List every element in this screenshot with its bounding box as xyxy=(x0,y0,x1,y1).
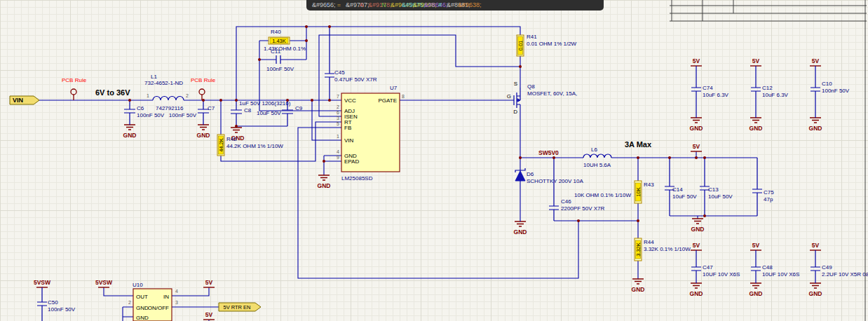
junction-dot xyxy=(328,99,331,102)
component-U10[interactable]: U10 OUT IN GND ON/OFF GND 4 3 2 xyxy=(128,282,178,321)
component-R41[interactable]: 0.01 R41 0.01 OHM 1% 1/2W xyxy=(517,34,577,56)
capacitor-symbol xyxy=(37,287,47,321)
port-rtr-en[interactable]: 5V RTR EN xyxy=(219,303,261,311)
directive-icon xyxy=(71,89,76,95)
pin-name-s: S xyxy=(514,81,517,87)
junction-dot xyxy=(703,214,706,217)
input-range-annotation[interactable]: 6V to 36V xyxy=(95,88,130,97)
pcb-rule-directive-2[interactable]: PCB Rule xyxy=(191,77,216,100)
pin-number: 5 xyxy=(337,121,339,126)
selected-value: 10K xyxy=(635,187,642,196)
component-R44[interactable]: 3.32K R44 3.32K 0.1% 1/10W xyxy=(635,238,691,261)
power-label: 5V xyxy=(752,57,760,64)
selected-value: 3.32K xyxy=(635,243,642,257)
gnd-symbol-c47[interactable]: GND xyxy=(690,283,703,297)
schematic-canvas[interactable]: PCB Rule PCB Rule 6V to 36V 3A Max VIN 5… xyxy=(0,0,868,321)
junction-dot xyxy=(695,156,698,159)
power-port-5v-c47[interactable]: 5V xyxy=(691,242,702,250)
gnd-bars-icon xyxy=(810,118,821,123)
diode-symbol xyxy=(515,171,525,181)
component-C6[interactable]: C6 100nF 50V xyxy=(124,100,165,125)
component-L1[interactable]: L1 732-4652-1-ND 742792116 1 2 xyxy=(144,74,189,111)
pin-number: 4 xyxy=(175,289,178,294)
power-port-5v-c49[interactable]: 5V xyxy=(810,242,821,250)
power-port-5v-c10[interactable]: 5V xyxy=(810,57,821,66)
wire-out-gnd-join[interactable] xyxy=(670,216,757,219)
gnd-symbol-c7[interactable]: GND xyxy=(197,125,210,139)
component-R42[interactable]: 44.2K R42 44.2K OHM 1% 1/10W xyxy=(217,135,283,156)
designator: C14 xyxy=(672,186,683,193)
junction-dot xyxy=(258,58,261,61)
pcb-rule-directive-1[interactable]: PCB Rule xyxy=(62,77,87,100)
component-C13[interactable]: C13 10uF 50V xyxy=(700,158,733,216)
value: 100nF 50V xyxy=(137,112,165,118)
component-C50[interactable]: C50 100nF 50V xyxy=(37,287,76,321)
designator: Q8 xyxy=(527,83,535,90)
wire-sw-rail[interactable] xyxy=(520,158,757,171)
junction-dot xyxy=(519,65,522,68)
gnd-label: GND xyxy=(690,125,703,132)
component-C47[interactable]: C47 10UF 10V X6S xyxy=(691,250,740,283)
power-port-5v-c12[interactable]: 5V xyxy=(750,57,761,66)
power-port-5vsw-u10[interactable]: 5VSW xyxy=(95,279,113,287)
component-C7[interactable]: C7 100nF 50V xyxy=(169,100,215,125)
gnd-symbol-c49[interactable]: GND xyxy=(809,283,822,297)
pin-name-out: OUT xyxy=(136,294,148,300)
pin-name-in: IN xyxy=(163,294,169,300)
gnd-symbol-c10[interactable]: GND xyxy=(809,118,822,132)
component-U7[interactable]: U7 LM25085SD VCC PGATE ADJ ISEN RT FB VI… xyxy=(337,85,405,182)
power-port-5v-u10-in[interactable]: 5V xyxy=(203,279,215,287)
junction-dot xyxy=(323,160,325,163)
selected-value: 0.01 xyxy=(517,41,524,51)
pin-number: 8 xyxy=(402,94,405,99)
component-C48[interactable]: C48 10UF 10V X6S xyxy=(751,250,799,283)
gnd-symbol-d6[interactable]: GND xyxy=(514,221,527,235)
power-port-5v-u10-bottom[interactable]: 5V xyxy=(203,311,215,320)
component-L6[interactable]: L6 10UH 5.6A xyxy=(583,146,611,168)
value: 10uF 6.3V xyxy=(703,92,729,98)
gnd-symbol-c12[interactable]: GND xyxy=(750,118,763,132)
gnd-symbol-c48[interactable]: GND xyxy=(750,283,763,297)
component-Q8[interactable]: S G D Q8 MOSFET, 60V, 15A, xyxy=(507,81,578,115)
power-port-5v-c74[interactable]: 5V xyxy=(691,57,702,66)
gnd-symbol-r44[interactable]: GND xyxy=(632,279,645,293)
gnd-label: GND xyxy=(750,290,763,297)
component-C75[interactable]: C75 47p xyxy=(752,158,774,216)
junction-dot xyxy=(202,99,205,102)
title-block-grid xyxy=(670,0,867,21)
pin-number: 1 xyxy=(337,134,339,139)
value: 44.2K OHM 1% 1/10W xyxy=(226,143,283,149)
gnd-symbol-u7[interactable]: GND xyxy=(318,175,331,189)
component-C45[interactable]: C45 0.47UF 50V X7R xyxy=(325,27,377,100)
pin-number: 3 xyxy=(337,116,339,121)
component-C49[interactable]: C49 2.2UF 10V X5R 0805 xyxy=(811,250,868,283)
component-C12[interactable]: C12 10uF 6.3V xyxy=(751,66,789,118)
power-label: 5V xyxy=(693,242,700,249)
value: 100nF 50V xyxy=(169,112,197,118)
power-port-5v-c48[interactable]: 5V xyxy=(750,242,761,250)
component-C10[interactable]: C10 100nF 50V xyxy=(811,66,850,118)
gnd-symbol-out[interactable]: GND xyxy=(691,219,705,233)
power-label: 5V xyxy=(205,279,213,286)
pin-name-gnd2: GND xyxy=(136,315,149,321)
value: MOSFET, 60V, 15A, xyxy=(527,90,577,97)
gnd-symbol-c74[interactable]: GND xyxy=(690,118,703,132)
capacitor-symbol xyxy=(752,158,762,216)
max-current-annotation[interactable]: 3A Max xyxy=(625,140,652,149)
component-C11[interactable]: C11 100nF 50V xyxy=(259,48,306,72)
gnd-label: GND xyxy=(691,226,705,233)
designator: R43 xyxy=(644,182,654,188)
component-C74[interactable]: C74 10uF 6.3V xyxy=(691,66,729,118)
pin-number: 2 xyxy=(186,93,189,98)
component-D6[interactable]: D6 SCHOTTKY 200V 10A xyxy=(515,168,583,221)
net-label-sw5v0[interactable]: SW5V0 xyxy=(538,149,559,156)
port-vin[interactable]: VIN xyxy=(10,96,39,104)
gnd-symbol-c6[interactable]: GND xyxy=(123,125,137,139)
power-port-5vsw-c50[interactable]: 5VSW xyxy=(34,279,51,287)
part-number: LM25085SD xyxy=(341,175,373,182)
component-C14[interactable]: C14 10uF 50V xyxy=(665,158,697,216)
power-port-5v-out[interactable]: 5V xyxy=(691,143,702,151)
pin-name-fb: FB xyxy=(344,125,351,131)
power-label: 5V xyxy=(205,311,213,318)
component-R43[interactable]: 10K R43 10K OHM 0.1% 1/10W xyxy=(574,181,654,203)
